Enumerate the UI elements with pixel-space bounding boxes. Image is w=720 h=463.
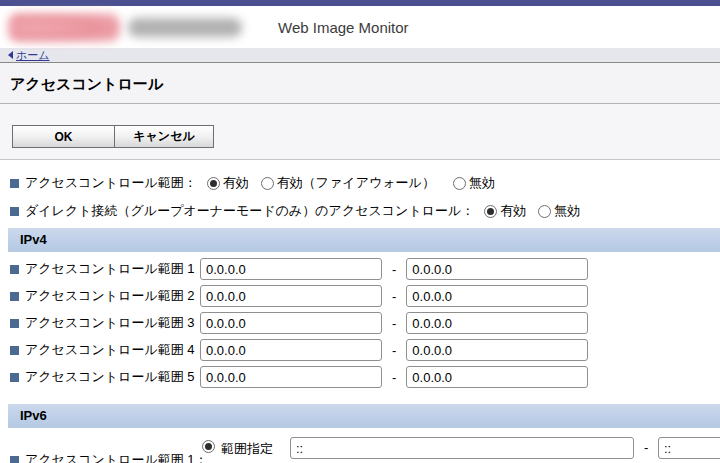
ipv4-section-header: IPv4: [8, 228, 720, 252]
direct-connection-policy-label: ダイレクト接続（グループオーナーモードのみ）のアクセスコントロール：: [25, 202, 474, 220]
ipv6-range-1-start-input[interactable]: [290, 437, 634, 459]
square-bullet-icon: [10, 179, 19, 188]
square-bullet-icon: [10, 265, 19, 274]
back-arrow-icon: [8, 51, 13, 59]
ipv4-range-1-label: アクセスコントロール範囲 1：: [25, 260, 208, 278]
ipv4-range-2-end-input[interactable]: [406, 285, 588, 307]
ipv4-range-row-5: アクセスコントロール範囲 5： -: [0, 366, 720, 388]
ipv4-range-5-label: アクセスコントロール範囲 5：: [25, 368, 208, 386]
ipv4-range-1-end-input[interactable]: [406, 258, 588, 280]
radio-direct-enabled[interactable]: [484, 205, 497, 218]
cancel-button[interactable]: キャンセル: [114, 125, 214, 148]
ipv4-range-4-start-input[interactable]: [200, 339, 382, 361]
radio-range-enabled-firewall[interactable]: [261, 177, 274, 190]
range-separator: -: [392, 316, 396, 331]
radio-range-disabled[interactable]: [453, 177, 466, 190]
ipv4-range-3-label: アクセスコントロール範囲 3：: [25, 314, 208, 332]
ipv4-range-1-start-input[interactable]: [200, 258, 382, 280]
toolbar: OK キャンセル: [0, 104, 720, 160]
ipv6-range-1-label: アクセスコントロール範囲 1：: [25, 451, 208, 463]
ipv4-range-row-2: アクセスコントロール範囲 2： -: [0, 285, 720, 307]
ipv4-range-5-start-input[interactable]: [200, 366, 382, 388]
ipv4-range-3-start-input[interactable]: [200, 312, 382, 334]
square-bullet-icon: [10, 207, 19, 216]
square-bullet-icon: [10, 319, 19, 328]
radio-range-enabled-label: 有効: [223, 174, 249, 192]
ipv4-range-rows: アクセスコントロール範囲 1： - アクセスコントロール範囲 2： - アクセス…: [0, 258, 720, 388]
device-model-blur: [128, 18, 242, 37]
ipv6-section-header: IPv6: [8, 404, 720, 428]
ipv6-range-mode-label: 範囲指定: [221, 440, 273, 458]
ipv4-range-3-end-input[interactable]: [406, 312, 588, 334]
range-separator: -: [392, 262, 396, 277]
ipv4-range-2-label: アクセスコントロール範囲 2：: [25, 287, 208, 305]
breadcrumb-home-link[interactable]: ホーム: [16, 48, 50, 63]
ipv4-range-row-1: アクセスコントロール範囲 1： -: [0, 258, 720, 280]
radio-direct-disabled-label: 無効: [554, 202, 580, 220]
direct-connection-policy-row: ダイレクト接続（グループオーナーモードのみ）のアクセスコントロール： 有効 無効: [0, 202, 720, 220]
ipv4-range-row-4: アクセスコントロール範囲 4： -: [0, 339, 720, 361]
range-separator: -: [392, 370, 396, 385]
ok-button[interactable]: OK: [12, 125, 115, 148]
square-bullet-icon: [10, 346, 19, 355]
ipv4-range-5-end-input[interactable]: [406, 366, 588, 388]
range-separator: -: [644, 440, 648, 455]
app-title: Web Image Monitor: [278, 19, 409, 36]
brand-logo: [8, 13, 120, 42]
radio-range-disabled-label: 無効: [469, 174, 495, 192]
title-band: アクセスコントロール: [0, 63, 720, 104]
page-title: アクセスコントロール: [10, 75, 163, 92]
app-header: Web Image Monitor: [0, 6, 720, 48]
radio-range-enabled[interactable]: [207, 177, 220, 190]
square-bullet-icon: [10, 292, 19, 301]
settings-form: アクセスコントロール範囲： 有効 有効（ファイアウォール） 無効 ダイレクト接続…: [0, 160, 720, 463]
ipv4-range-4-end-input[interactable]: [406, 339, 588, 361]
access-control-range-policy-row: アクセスコントロール範囲： 有効 有効（ファイアウォール） 無効: [0, 174, 720, 192]
square-bullet-icon: [10, 456, 19, 463]
square-bullet-icon: [10, 373, 19, 382]
ipv4-range-4-label: アクセスコントロール範囲 4：: [25, 341, 208, 359]
radio-range-enabled-firewall-label: 有効（ファイアウォール）: [277, 174, 435, 192]
access-control-range-policy-label: アクセスコントロール範囲：: [25, 174, 197, 192]
breadcrumb: ホーム: [0, 48, 720, 63]
range-separator: -: [392, 343, 396, 358]
ipv6-range-1-end-input[interactable]: [658, 437, 720, 459]
radio-direct-enabled-label: 有効: [500, 202, 526, 220]
ipv4-range-row-3: アクセスコントロール範囲 3： -: [0, 312, 720, 334]
radio-direct-disabled[interactable]: [538, 205, 551, 218]
ipv4-range-2-start-input[interactable]: [200, 285, 382, 307]
range-separator: -: [392, 289, 396, 304]
ipv6-range-row-1: 範囲指定 - アクセスコントロール範囲 1：: [0, 437, 720, 463]
